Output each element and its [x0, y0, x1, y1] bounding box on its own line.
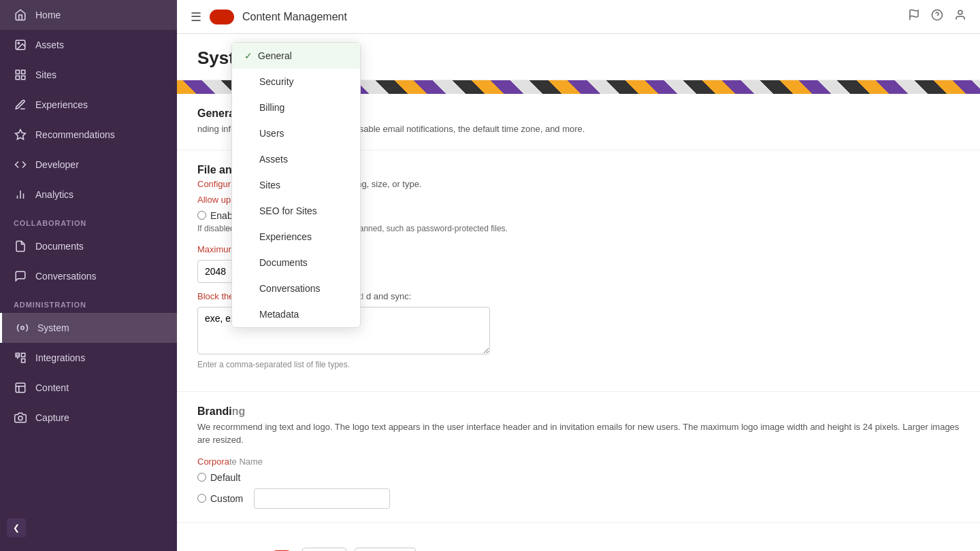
sidebar-item-label: Assets	[35, 39, 64, 50]
dropdown-item-users[interactable]: Users	[232, 120, 360, 146]
sidebar-item-experiences[interactable]: Experiences	[0, 90, 177, 120]
corporate-name-section: Corporate Name Default Custom	[197, 456, 960, 509]
svg-point-17	[18, 416, 22, 420]
sidebar-item-integrations[interactable]: Integrations	[0, 343, 177, 373]
clear-button[interactable]: Clear	[302, 548, 346, 552]
sidebar-item-documents[interactable]: Documents	[0, 231, 177, 261]
sidebar-item-home[interactable]: Home	[0, 0, 177, 30]
dropdown-item-general[interactable]: ✓ General	[232, 43, 360, 69]
default-name-radio-input[interactable]	[197, 473, 206, 482]
sites-icon	[14, 68, 27, 82]
custom-name-row: Custom	[197, 488, 960, 509]
dropdown-item-conversations[interactable]: Conversations	[232, 276, 360, 301]
svg-rect-12	[22, 353, 25, 356]
sidebar-item-assets[interactable]: Assets	[0, 30, 177, 60]
dropdown-item-label: Experiences	[259, 231, 312, 242]
dropdown-item-sites[interactable]: Sites	[232, 172, 360, 198]
sidebar-item-label: Documents	[35, 241, 84, 252]
sidebar-item-label: Conversations	[35, 271, 97, 282]
system-icon	[16, 321, 29, 335]
default-name-label: Default	[210, 472, 240, 483]
sidebar-item-label: Developer	[35, 159, 79, 170]
sidebar-collapse-button[interactable]: ❮	[7, 518, 26, 537]
dropdown-item-label: Users	[259, 128, 284, 139]
dropdown-item-label: Documents	[259, 257, 308, 268]
capture-icon	[14, 411, 27, 424]
dropdown-item-security[interactable]: Security	[232, 69, 360, 95]
custom-name-radio-input[interactable]	[197, 494, 206, 503]
corporate-name-options: Default	[197, 472, 960, 483]
custom-name-input[interactable]	[254, 488, 390, 509]
developer-icon	[14, 158, 27, 171]
custom-name-label: Custom	[210, 493, 243, 504]
sidebar-item-label: Experiences	[35, 99, 88, 110]
dropdown-item-label: Metadata	[259, 309, 299, 320]
analytics-icon	[14, 188, 27, 201]
sidebar-item-analytics[interactable]: Analytics	[0, 180, 177, 210]
change-button[interactable]: Change...	[355, 548, 416, 552]
sidebar-item-system[interactable]: System	[0, 313, 177, 343]
dropdown-item-billing[interactable]: Billing	[232, 95, 360, 120]
experiences-icon	[14, 98, 27, 112]
sidebar-item-content[interactable]: Content	[0, 373, 177, 403]
svg-marker-6	[16, 130, 26, 139]
integrations-icon	[14, 351, 27, 365]
account-icon[interactable]	[954, 9, 966, 24]
branding-description: We recormmend ing text and logo. The log…	[197, 420, 960, 447]
sidebar-item-label: System	[37, 322, 69, 333]
sidebar-item-label: Integrations	[35, 352, 85, 363]
dropdown-item-assets[interactable]: Assets	[232, 146, 360, 172]
conversations-icon	[14, 269, 27, 283]
svg-rect-3	[22, 70, 25, 73]
help-icon[interactable]	[931, 9, 943, 24]
topbar: ☰ Content Management	[177, 0, 980, 34]
content-icon	[14, 381, 27, 395]
documents-icon	[14, 239, 27, 253]
dropdown-item-experiences[interactable]: Experiences	[232, 224, 360, 250]
svg-rect-14	[16, 383, 25, 393]
recommendations-icon	[14, 128, 27, 141]
dropdown-item-metadata[interactable]: Metadata	[232, 301, 360, 327]
sidebar-item-conversations[interactable]: Conversations	[0, 261, 177, 291]
svg-rect-2	[16, 70, 19, 73]
check-icon: ✓	[244, 50, 252, 61]
sidebar-item-label: Recommendations	[35, 129, 115, 140]
assets-icon	[14, 38, 27, 52]
branding-section: Branding We recormmend ing text and logo…	[177, 392, 980, 522]
svg-point-10	[21, 327, 24, 330]
dropdown-item-label: Billing	[259, 102, 284, 113]
sidebar-item-label: Capture	[35, 412, 69, 423]
svg-point-1	[18, 42, 19, 44]
corporate-name-label: Corporate Name	[197, 456, 960, 467]
app-logo	[210, 10, 234, 24]
dropdown-item-seo[interactable]: SEO for Sites	[232, 198, 360, 224]
sidebar-item-label: Home	[35, 10, 61, 20]
sidebar-item-label: Sites	[35, 69, 56, 80]
dropdown-item-documents[interactable]: Documents	[232, 250, 360, 276]
svg-point-21	[958, 10, 962, 14]
sidebar-item-sites[interactable]: Sites	[0, 60, 177, 90]
corporate-logo-row: Corporate Logo: Clear Change...	[197, 548, 960, 552]
administration-section-label: ADMINISTRATION	[0, 291, 177, 313]
sidebar-item-developer[interactable]: Developer	[0, 150, 177, 180]
default-name-radio[interactable]: Default	[197, 472, 240, 483]
dropdown-item-label: Assets	[259, 154, 288, 165]
collaboration-section-label: COLLABORATION	[0, 210, 177, 231]
dropdown-item-label: Conversations	[259, 283, 321, 294]
dropdown-item-label: Security	[259, 76, 294, 87]
dropdown-item-label: SEO for Sites	[259, 205, 317, 216]
sidebar-item-capture[interactable]: Capture	[0, 403, 177, 433]
branding-title: Branding	[197, 405, 960, 418]
svg-rect-13	[22, 359, 25, 363]
custom-name-radio[interactable]: Custom	[197, 493, 243, 504]
sidebar: Home Assets Sites Experiences Recommenda…	[0, 0, 177, 551]
svg-rect-5	[22, 76, 25, 80]
dropdown-item-label: General	[258, 50, 292, 61]
general-dropdown-menu: ✓ General Security Billing Users Assets …	[231, 42, 361, 328]
corporate-logo-section: Corporate Logo: Clear Change...	[177, 523, 980, 552]
enabled-radio-input[interactable]	[197, 211, 206, 220]
menu-icon[interactable]: ☰	[191, 10, 201, 24]
sidebar-item-recommendations[interactable]: Recommendations	[0, 120, 177, 150]
sidebar-item-label: Content	[35, 382, 69, 393]
flag-icon[interactable]	[908, 9, 920, 24]
